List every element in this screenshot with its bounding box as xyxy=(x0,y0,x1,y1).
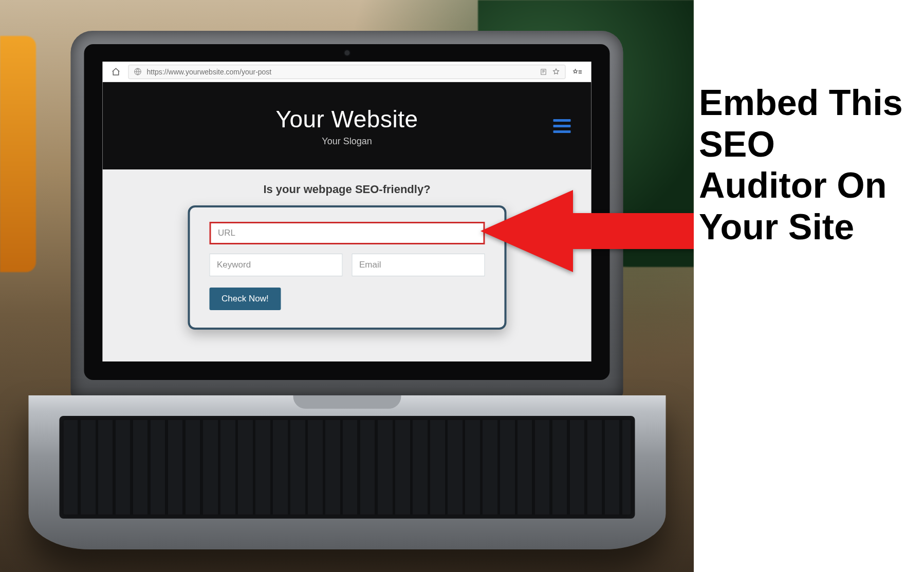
caption-panel: Embed This SEO Auditor On Your Site xyxy=(694,0,924,572)
email-input[interactable]: Email xyxy=(352,254,485,276)
address-bar[interactable]: https://www.yourwebsite.com/your-post xyxy=(128,65,566,79)
seo-audit-widget: URL Keyword Email Check Now! xyxy=(188,205,506,330)
photo-background: https://www.yourwebsite.com/your-post xyxy=(0,0,694,572)
site-slogan: Your Slogan xyxy=(322,136,372,147)
browser-toolbar: https://www.yourwebsite.com/your-post xyxy=(103,62,592,82)
site-header: Your Website Your Slogan xyxy=(103,82,592,169)
address-url: https://www.yourwebsite.com/your-post xyxy=(147,68,535,76)
keyboard xyxy=(59,416,635,519)
site-title: Your Website xyxy=(275,105,418,133)
reader-icon[interactable] xyxy=(540,68,547,75)
globe-icon xyxy=(134,68,142,75)
webpage: Your Website Your Slogan Is your webpage… xyxy=(103,82,592,361)
check-now-button[interactable]: Check Now! xyxy=(209,288,281,310)
screen-bezel: https://www.yourwebsite.com/your-post xyxy=(84,44,610,380)
laptop-screen: https://www.yourwebsite.com/your-post xyxy=(103,62,592,361)
webcam-dot xyxy=(344,50,349,55)
favorites-icon[interactable] xyxy=(571,65,585,79)
keyword-input[interactable]: Keyword xyxy=(209,254,342,276)
page-subheading: Is your webpage SEO-friendly? xyxy=(103,169,592,205)
laptop-deck xyxy=(28,395,666,549)
laptop: https://www.yourwebsite.com/your-post xyxy=(71,31,623,549)
caption-text: Embed This SEO Auditor On Your Site xyxy=(699,82,909,247)
home-icon[interactable] xyxy=(109,65,123,79)
url-input[interactable]: URL xyxy=(209,222,485,244)
hamburger-menu-icon[interactable] xyxy=(553,119,571,132)
hinge-notch xyxy=(293,395,401,409)
star-icon[interactable] xyxy=(552,68,560,75)
laptop-lid: https://www.yourwebsite.com/your-post xyxy=(71,31,623,397)
